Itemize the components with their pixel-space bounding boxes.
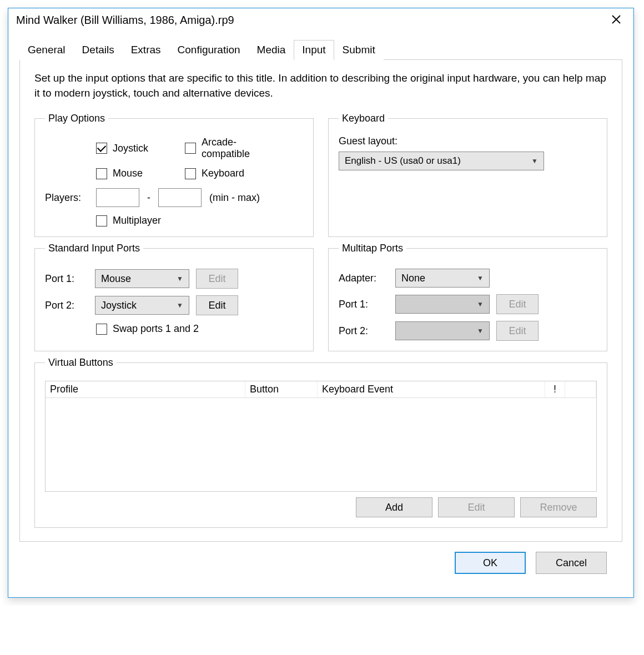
players-max-input[interactable] (158, 188, 202, 207)
window-title: Mind Walker (Bill Williams, 1986, Amiga)… (16, 14, 234, 27)
chevron-down-icon: ▼ (531, 157, 538, 165)
col-profile[interactable]: Profile (46, 381, 245, 397)
tab-media[interactable]: Media (249, 40, 294, 60)
guest-layout-select[interactable]: English - US (usa0 or usa1) ▼ (339, 152, 544, 170)
players-hint: (min - max) (209, 192, 260, 204)
col-spacer (565, 381, 596, 397)
multitap-legend: Multitap Ports (339, 243, 406, 254)
adapter-value: None (401, 273, 425, 284)
play-options-group: Play Options Joystick Arcade-compatible (34, 113, 314, 237)
cancel-button[interactable]: Cancel (536, 552, 607, 574)
keyboard-checkbox[interactable] (185, 168, 196, 179)
tab-strip: General Details Extras Configuration Med… (19, 40, 622, 60)
mtap-port2-select: ▼ (395, 321, 490, 340)
titlebar: Mind Walker (Bill Williams, 1986, Amiga)… (8, 8, 633, 32)
std-port2-edit-button[interactable]: Edit (196, 295, 238, 315)
play-options-legend: Play Options (45, 113, 108, 124)
mtap-port2-edit-button: Edit (496, 321, 539, 341)
swap-ports-checkbox[interactable] (96, 324, 107, 335)
chevron-down-icon: ▼ (477, 327, 484, 335)
std-port2-value: Joystick (101, 300, 137, 311)
chevron-down-icon: ▼ (177, 301, 183, 309)
tab-submit[interactable]: Submit (334, 40, 384, 60)
joystick-label: Joystick (113, 143, 148, 154)
tab-extras[interactable]: Extras (123, 40, 169, 60)
multiplayer-checkbox[interactable] (96, 215, 107, 226)
col-keyboard-event[interactable]: Keyboard Event (318, 381, 545, 397)
standard-ports-legend: Standard Input Ports (45, 243, 143, 254)
adapter-label: Adapter: (339, 273, 389, 284)
mtap-port2-label: Port 2: (339, 325, 389, 337)
dialog-footer: OK Cancel (19, 542, 622, 586)
table-header: Profile Button Keyboard Event ! (46, 381, 596, 398)
tab-details[interactable]: Details (74, 40, 123, 60)
mtap-port1-label: Port 1: (339, 299, 389, 310)
players-min-input[interactable] (96, 188, 139, 207)
vb-remove-button[interactable]: Remove (520, 497, 597, 517)
adapter-select[interactable]: None ▼ (395, 269, 490, 288)
std-port1-label: Port 1: (45, 273, 88, 285)
swap-ports-label: Swap ports 1 and 2 (113, 323, 199, 335)
vb-edit-button[interactable]: Edit (438, 497, 515, 517)
guest-layout-label: Guest layout: (339, 135, 597, 147)
keyboard-label: Keyboard (202, 168, 244, 179)
tab-panel-input: Set up the input options that are specif… (19, 59, 622, 542)
std-port1-select[interactable]: Mouse ▼ (95, 269, 189, 288)
mouse-label: Mouse (113, 168, 143, 179)
virtual-buttons-group: Virtual Buttons Profile Button Keyboard … (34, 357, 607, 528)
players-label: Players: (45, 192, 88, 204)
std-port1-value: Mouse (101, 273, 131, 285)
players-dash: - (147, 192, 150, 204)
std-port2-label: Port 2: (45, 300, 88, 311)
chevron-down-icon: ▼ (477, 274, 484, 282)
multiplayer-label: Multiplayer (113, 215, 161, 226)
multitap-group: Multitap Ports Adapter: None ▼ Port 1: ▼ (328, 243, 607, 351)
col-button[interactable]: Button (245, 381, 318, 397)
guest-layout-value: English - US (usa0 or usa1) (345, 155, 461, 167)
std-port2-select[interactable]: Joystick ▼ (95, 296, 189, 315)
keyboard-legend: Keyboard (339, 113, 388, 124)
vb-add-button[interactable]: Add (356, 497, 432, 517)
standard-ports-group: Standard Input Ports Port 1: Mouse ▼ Edi… (34, 243, 314, 351)
arcade-label: Arcade-compatible (202, 137, 285, 160)
mtap-port1-select: ▼ (395, 295, 490, 314)
col-bang[interactable]: ! (545, 381, 565, 397)
tab-input[interactable]: Input (294, 40, 334, 60)
arcade-checkbox[interactable] (185, 143, 196, 154)
joystick-checkbox[interactable] (96, 143, 107, 154)
tab-configuration[interactable]: Configuration (169, 40, 249, 60)
chevron-down-icon: ▼ (477, 300, 484, 308)
tab-general[interactable]: General (19, 40, 74, 60)
mtap-port1-edit-button: Edit (496, 294, 539, 314)
close-icon[interactable] (607, 14, 626, 27)
virtual-buttons-legend: Virtual Buttons (45, 357, 117, 369)
chevron-down-icon: ▼ (177, 275, 183, 283)
std-port1-edit-button[interactable]: Edit (196, 269, 238, 289)
virtual-buttons-table[interactable]: Profile Button Keyboard Event ! (45, 381, 597, 492)
dialog-window: Mind Walker (Bill Williams, 1986, Amiga)… (8, 8, 634, 598)
intro-text: Set up the input options that are specif… (34, 71, 607, 100)
mouse-checkbox[interactable] (96, 168, 107, 179)
ok-button[interactable]: OK (455, 552, 526, 574)
keyboard-group: Keyboard Guest layout: English - US (usa… (328, 113, 607, 237)
